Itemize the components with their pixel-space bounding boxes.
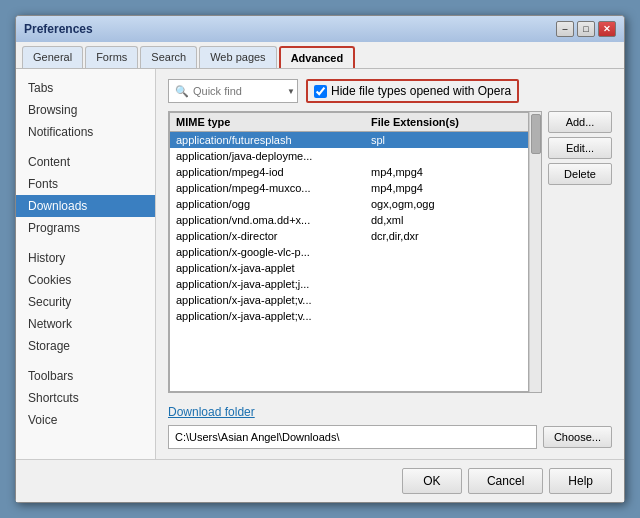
ext-cell: [365, 246, 528, 258]
table-row[interactable]: application/x-director dcr,dir,dxr: [170, 228, 528, 244]
download-folder-link[interactable]: Download folder: [168, 405, 612, 419]
mime-cell: application/ogg: [170, 198, 365, 210]
ext-cell: [365, 294, 528, 306]
mime-table: MIME type File Extension(s) application/…: [169, 112, 529, 392]
edit-button[interactable]: Edit...: [548, 137, 612, 159]
table-scrollbar[interactable]: [529, 112, 541, 392]
search-dropdown-icon[interactable]: ▼: [287, 87, 295, 96]
search-box[interactable]: 🔍 ▼: [168, 79, 298, 103]
table-row[interactable]: application/java-deployme...: [170, 148, 528, 164]
ext-cell: [365, 262, 528, 274]
sidebar-item-history[interactable]: History: [16, 247, 155, 269]
sidebar-item-cookies[interactable]: Cookies: [16, 269, 155, 291]
ext-cell: dd,xml: [365, 214, 528, 226]
ext-cell: spl: [365, 134, 528, 146]
ext-cell: mp4,mpg4: [365, 182, 528, 194]
main-panel: 🔍 ▼ Hide file types opened with Opera MI…: [156, 69, 624, 459]
hide-filetypes-checkbox[interactable]: [314, 85, 327, 98]
mime-table-header: MIME type File Extension(s): [170, 113, 528, 132]
delete-button[interactable]: Delete: [548, 163, 612, 185]
mime-cell: application/x-java-applet;v...: [170, 310, 365, 322]
mime-cell: application/x-google-vlc-p...: [170, 246, 365, 258]
mime-cell: application/futuresplash: [170, 134, 365, 146]
hide-filetypes-container[interactable]: Hide file types opened with Opera: [306, 79, 519, 103]
file-ext-header: File Extension(s): [365, 116, 528, 128]
sidebar-item-tabs[interactable]: Tabs: [16, 77, 155, 99]
mime-cell: application/java-deployme...: [170, 150, 365, 162]
title-bar: Preferences – □ ✕: [16, 16, 624, 42]
preferences-window: Preferences – □ ✕ General Forms Search W…: [15, 15, 625, 503]
ext-cell: [365, 150, 528, 162]
tab-search[interactable]: Search: [140, 46, 197, 68]
sidebar: Tabs Browsing Notifications Content Font…: [16, 69, 156, 459]
table-row[interactable]: application/x-java-applet;v...: [170, 292, 528, 308]
mime-cell: application/mpeg4-iod: [170, 166, 365, 178]
mime-cell: application/x-java-applet;j...: [170, 278, 365, 290]
sidebar-item-voice[interactable]: Voice: [16, 409, 155, 431]
content-area: Tabs Browsing Notifications Content Font…: [16, 69, 624, 459]
sidebar-item-content[interactable]: Content: [16, 151, 155, 173]
minimize-button[interactable]: –: [556, 21, 574, 37]
ext-cell: [365, 310, 528, 322]
ext-cell: ogx,ogm,ogg: [365, 198, 528, 210]
download-folder-section: Download folder Choose...: [168, 401, 612, 449]
table-row[interactable]: application/x-java-applet: [170, 260, 528, 276]
sidebar-item-notifications[interactable]: Notifications: [16, 121, 155, 143]
tab-advanced[interactable]: Advanced: [279, 46, 356, 68]
mime-cell: application/x-java-applet;v...: [170, 294, 365, 306]
sidebar-sep-2: [16, 239, 155, 247]
sidebar-item-shortcuts[interactable]: Shortcuts: [16, 387, 155, 409]
sidebar-item-storage[interactable]: Storage: [16, 335, 155, 357]
ok-button[interactable]: OK: [402, 468, 462, 494]
ext-cell: dcr,dir,dxr: [365, 230, 528, 242]
mime-cell: application/mpeg4-muxco...: [170, 182, 365, 194]
ext-cell: [365, 278, 528, 290]
search-icon: 🔍: [175, 85, 189, 98]
window-controls: – □ ✕: [556, 21, 616, 37]
download-folder-input[interactable]: [168, 425, 537, 449]
tab-forms[interactable]: Forms: [85, 46, 138, 68]
add-button[interactable]: Add...: [548, 111, 612, 133]
close-button[interactable]: ✕: [598, 21, 616, 37]
hide-filetypes-label: Hide file types opened with Opera: [331, 84, 511, 98]
choose-button[interactable]: Choose...: [543, 426, 612, 448]
download-folder-row: Choose...: [168, 425, 612, 449]
table-row[interactable]: application/mpeg4-muxco... mp4,mpg4: [170, 180, 528, 196]
sidebar-item-browsing[interactable]: Browsing: [16, 99, 155, 121]
table-row[interactable]: application/x-java-applet;j...: [170, 276, 528, 292]
mime-type-header: MIME type: [170, 116, 365, 128]
sidebar-item-toolbars[interactable]: Toolbars: [16, 365, 155, 387]
table-row[interactable]: application/x-google-vlc-p...: [170, 244, 528, 260]
sidebar-item-network[interactable]: Network: [16, 313, 155, 335]
help-button[interactable]: Help: [549, 468, 612, 494]
tab-general[interactable]: General: [22, 46, 83, 68]
sidebar-sep-1: [16, 143, 155, 151]
sidebar-sep-3: [16, 357, 155, 365]
search-row: 🔍 ▼ Hide file types opened with Opera: [168, 79, 612, 103]
sidebar-item-downloads[interactable]: Downloads: [16, 195, 155, 217]
mime-table-area: MIME type File Extension(s) application/…: [168, 111, 612, 393]
cancel-button[interactable]: Cancel: [468, 468, 543, 494]
bottom-bar: OK Cancel Help: [16, 459, 624, 502]
mime-cell: application/vnd.oma.dd+x...: [170, 214, 365, 226]
window-title: Preferences: [24, 22, 93, 36]
quick-find-input[interactable]: [193, 85, 283, 97]
maximize-button[interactable]: □: [577, 21, 595, 37]
table-row[interactable]: application/x-java-applet;v...: [170, 308, 528, 324]
table-row[interactable]: application/vnd.oma.dd+x... dd,xml: [170, 212, 528, 228]
table-row[interactable]: application/futuresplash spl: [170, 132, 528, 148]
mime-cell: application/x-director: [170, 230, 365, 242]
mime-table-wrapper: MIME type File Extension(s) application/…: [168, 111, 542, 393]
sidebar-item-fonts[interactable]: Fonts: [16, 173, 155, 195]
sidebar-item-programs[interactable]: Programs: [16, 217, 155, 239]
ext-cell: mp4,mpg4: [365, 166, 528, 178]
tab-webpages[interactable]: Web pages: [199, 46, 276, 68]
scrollbar-thumb[interactable]: [531, 114, 541, 154]
sidebar-item-security[interactable]: Security: [16, 291, 155, 313]
table-row[interactable]: application/ogg ogx,ogm,ogg: [170, 196, 528, 212]
tabs-bar: General Forms Search Web pages Advanced: [16, 42, 624, 69]
table-row[interactable]: application/mpeg4-iod mp4,mpg4: [170, 164, 528, 180]
mime-rows: application/futuresplash spl application…: [170, 132, 528, 391]
side-buttons: Add... Edit... Delete: [548, 111, 612, 393]
mime-cell: application/x-java-applet: [170, 262, 365, 274]
